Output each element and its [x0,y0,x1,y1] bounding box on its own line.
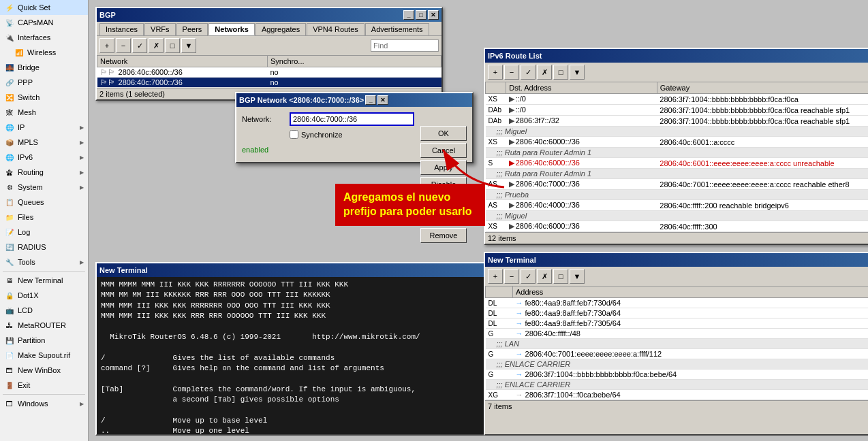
tab-vpn4routes[interactable]: VPN4 Routes [307,23,365,35]
sidebar-item-switch[interactable]: 🔀 Switch [0,90,88,105]
sidebar-item-dot1x[interactable]: 🔒 Dot1X [0,288,88,303]
addr-filter-btn[interactable]: ▼ [570,269,585,284]
remove-dialog-button[interactable]: Remove [420,228,467,243]
table-row[interactable]: AS ▶2806:40c:4000::/36 2806:40c:ffff::20… [486,200,869,211]
network-field-row: Network: [242,112,414,126]
ipv6-remove-btn[interactable]: − [504,65,519,80]
table-row[interactable]: G → 2806:40c:ffff::/48 [486,329,869,339]
bgp-find-input[interactable] [371,39,439,52]
sidebar-item-system[interactable]: ⚙ System [0,180,88,195]
sidebar-item-metarouter[interactable]: 🖧 MetaROUTER [0,318,88,333]
network-input[interactable] [290,112,414,126]
remove-btn[interactable]: − [116,38,131,53]
tab-advertisements[interactable]: Advertisements [365,23,429,35]
sidebar-item-ip[interactable]: 🌐 IP [0,120,88,135]
tab-peers[interactable]: Peers [176,23,208,35]
addr-table: Address DL → fe80::4aa9:8aff:feb7:730d/6… [485,286,868,400]
addr-remove-btn[interactable]: − [504,269,519,284]
sidebar-item-exit[interactable]: 🚪 Exit [0,378,88,393]
table-row[interactable]: DAb ▶2806:3f7::/32 2806:3f7:1004::bbbb:b… [486,116,869,127]
ipv6-enable-btn[interactable]: ✓ [521,65,536,80]
windows-icon: 🗖 [4,398,15,409]
sidebar-item-lcd[interactable]: 📺 LCD [0,303,88,318]
tab-vrfs[interactable]: VRFs [144,23,176,35]
tab-aggregates[interactable]: Aggregates [255,23,306,35]
dialog-minimize-btn[interactable]: _ [365,95,376,105]
add-btn[interactable]: + [99,38,114,53]
table-row[interactable]: DL → fe80::4aa9:8aff:feb7:730d/64 [486,298,869,308]
sidebar-item-supout[interactable]: 📄 Make Supout.rif [0,348,88,363]
terminal-content[interactable]: MMM MMMM MMM III KKK KKK RRRRRRR OOOOOO … [97,277,551,434]
sidebar-item-ppp[interactable]: 🔗 PPP [0,75,88,90]
addr-add-btn[interactable]: + [488,269,503,284]
addr-enable-btn[interactable]: ✓ [521,269,536,284]
addr-table-container: Address DL → fe80::4aa9:8aff:feb7:730d/6… [485,286,868,400]
sidebar-item-bridge[interactable]: 🌉 Bridge [0,60,88,75]
sidebar-item-partition[interactable]: 💾 Partition [0,333,88,348]
bgp-close-btn[interactable]: ✕ [428,10,439,20]
sidebar-item-wireless[interactable]: 📶 Wireless [0,45,88,60]
table-row: ;;; LAN [486,339,869,349]
sidebar-item-mpls[interactable]: 📦 MPLS [0,135,88,150]
table-row[interactable]: XS ▶2806:40c:6000::/36 2806:40c:6001::a:… [486,137,869,148]
sidebar-item-files[interactable]: 📁 Files [0,210,88,225]
filter-btn[interactable]: ▼ [181,38,196,53]
addr-disable-btn[interactable]: ✗ [537,269,552,284]
tab-instances[interactable]: Instances [99,23,144,35]
sidebar-item-tools[interactable]: 🔧 Tools [0,255,88,270]
table-row[interactable]: XG → 2806:3f7:1004::f0ca:bebe/64 [486,390,869,400]
copy-btn[interactable]: □ [165,38,180,53]
sidebar-item-ipv6[interactable]: 🌐 IPv6 [0,150,88,165]
sidebar-item-queues[interactable]: 📋 Queues [0,195,88,210]
sidebar-item-newwinbox[interactable]: 🗔 New WinBox [0,363,88,378]
col-address: Address [513,287,869,298]
tab-networks[interactable]: Networks [208,23,255,35]
sidebar-item-interfaces[interactable]: 🔌 Interfaces [0,30,88,45]
synchronize-checkbox[interactable] [290,130,298,139]
table-row[interactable]: XS ▶::/0 2806:3f7:1004::bbbb:bbbb:bbbb:f… [486,94,869,105]
dot1x-icon: 🔒 [4,290,15,301]
disable-btn[interactable]: ✗ [149,38,164,53]
table-row[interactable]: XS ▶2806:40c:6000::/36 2806:40c:ffff::30… [486,221,869,232]
sidebar-item-routing[interactable]: 🛣 Routing [0,165,88,180]
table-row[interactable]: G → 2806:40c:7001:eeee:eeee:eeee:a:ffff/… [486,349,869,359]
table-row[interactable]: AS ▶2806:40c:7000::/36 2806:40c:7001::ee… [486,179,869,190]
dialog-close-btn[interactable]: ✕ [377,95,388,105]
sidebar-item-log[interactable]: 📝 Log [0,225,88,240]
sidebar-item-capsman[interactable]: 📡 CAPsMAN [0,15,88,30]
bgp-maximize-btn[interactable]: □ [416,10,427,20]
table-row[interactable]: S ▶2806:40c:6000::/36 2806:40c:6001::eee… [486,158,869,169]
ipv6-add-btn[interactable]: + [488,65,503,80]
table-row[interactable]: DL → fe80::4aa9:8aff:feb7:7305/64 [486,318,869,329]
ipv6-disable-btn[interactable]: ✗ [537,65,552,80]
radius-icon: 🔄 [4,242,15,252]
ipv6-filter-btn[interactable]: ▼ [570,65,585,80]
exit-icon: 🚪 [4,380,15,391]
table-row[interactable]: G → 2806:3f7:1004::bbbb:bbbb:bbbb:f0ca:b… [486,370,869,380]
col-flags-addr [486,287,513,298]
ipv6-copy-btn[interactable]: □ [553,65,568,80]
table-row: ;;; Miguel [486,211,869,221]
sidebar-item-radius[interactable]: 🔄 RADIUS [0,240,88,255]
sync-cell: no [268,67,441,78]
bgp-minimize-btn[interactable]: _ [403,10,414,20]
ipv6-table: Dst. Address Gateway Distance XS ▶::/0 2… [485,82,868,232]
enable-btn[interactable]: ✓ [132,38,147,53]
table-row[interactable]: 🏳🏳 2806:40c:7000::/36 no [97,78,441,88]
table-row[interactable]: DL → fe80::4aa9:8aff:feb7:730a/64 [486,308,869,318]
bgp-tab-bar: Instances VRFs Peers Networks Aggregates… [97,22,441,36]
queues-icon: 📋 [4,197,15,208]
table-row[interactable]: DAb ▶::/0 2806:3f7:1004::bbbb:bbbb:bbbb:… [486,105,869,116]
addr-copy-btn[interactable]: □ [553,269,568,284]
col-network: Network [97,56,268,67]
synchronize-row: Synchronize [290,130,414,139]
sidebar-item-quickset[interactable]: ⚡ Quick Set [0,0,88,15]
sidebar-item-mesh[interactable]: 🕸 Mesh [0,105,88,120]
bgp-table-container: Network Synchro... 🏳🏳 2806:40c:6000::/36… [97,55,441,88]
sidebar-item-windows[interactable]: 🗖 Windows [0,396,88,411]
sidebar-item-new-terminal[interactable]: 🖥 New Terminal [0,273,88,288]
network-cell: 🏳🏳 2806:40c:6000::/36 [97,67,268,78]
table-row[interactable]: 🏳🏳 2806:40c:6000::/36 no [97,67,441,78]
table-row: ;;; Ruta para Router Admin 1 [486,169,869,179]
terminal-line [101,342,546,353]
